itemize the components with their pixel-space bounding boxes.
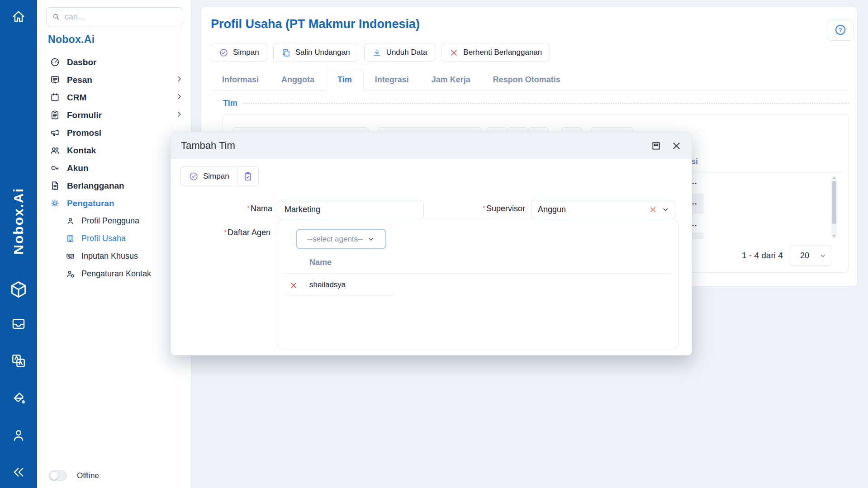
sidebar-brand: Nobox.Ai [48,33,95,46]
sidebar-subitem-label: Inputan Khusus [81,251,138,261]
sidebar-item-kontak[interactable]: Kontak [37,142,191,159]
sidebar-menu: Dasbor Pesan CRM Formulir Promosi [37,53,191,283]
form-icon [49,110,60,121]
chevron-right-icon [175,75,183,85]
sidebar-search [46,7,183,26]
sidebar-subitem-label: Pengaturan Kontak [81,269,151,279]
clipboard-check-button[interactable] [237,167,258,186]
sidebar-item-crm[interactable]: CRM [37,89,191,106]
sidebar-item-label: Promosi [67,128,101,138]
person-icon [65,216,75,226]
theme-fill-icon[interactable] [10,389,27,407]
offline-label: Offline [77,471,99,480]
page-size-value: 20 [800,251,809,261]
select-agents-dropdown[interactable]: --select agents-- [296,229,386,249]
dashboard-icon [49,57,60,68]
berhenti-berlangganan-button[interactable]: Berhenti Berlangganan [441,43,550,62]
agent-name: sheiladsya [309,280,346,289]
key-icon [49,163,60,174]
agents-table-header: Name [309,258,332,267]
sidebar-item-promosi[interactable]: Promosi [37,124,191,142]
background-row-text: .. [692,177,697,186]
sidebar-item-label: Akun [67,163,89,173]
required-asterisk: * [483,204,485,212]
sidebar-item-pesan[interactable]: Pesan [37,71,191,89]
sidebar-subitem-profil-pengguna[interactable]: Profil Pengguna [37,212,191,230]
sidebar-item-berlangganan[interactable]: Berlangganan [37,177,191,194]
user-icon[interactable] [10,426,27,444]
document-icon [49,180,60,191]
clear-selection-icon[interactable] [649,205,657,214]
contact-settings-icon [65,269,75,279]
table-scrollbar[interactable] [831,175,837,239]
sidebar-subitem-profil-usaha[interactable]: Profil Usaha [37,230,191,247]
agents-panel: --select agents-- Name sheiladsya [278,220,678,348]
x-icon [449,48,459,57]
inbox-icon[interactable] [10,315,27,332]
button-label: Berhenti Berlangganan [463,48,542,57]
close-icon[interactable] [671,141,682,151]
tab-jam-kerja[interactable]: Jam Kerja [420,69,482,90]
megaphone-icon [49,128,60,138]
offline-toggle[interactable] [49,470,67,481]
sidebar-subitem-pengaturan-kontak[interactable]: Pengaturan Kontak [37,265,191,283]
modal-save-button[interactable]: Simpan [181,167,237,186]
scrollbar-thumb[interactable] [832,181,836,224]
nama-input[interactable] [278,200,424,219]
modal-save-group: Simpan [180,166,259,186]
background-table-separator [681,172,844,172]
tab-integrasi[interactable]: Integrasi [364,69,420,90]
collapse-sidebar-icon[interactable] [10,464,27,481]
chevron-down-icon [820,252,826,259]
tab-informasi[interactable]: Informasi [211,69,270,90]
sidebar-item-akun[interactable]: Akun [37,159,191,177]
translate-icon[interactable] [10,352,27,370]
sidebar-item-dasbor[interactable]: Dasbor [37,53,191,71]
check-circle-icon [219,48,228,57]
daftar-agen-label: *Daftar Agen [171,228,270,237]
salin-undangan-button[interactable]: Salin Undangan [273,43,358,62]
chevron-right-icon [175,110,183,120]
required-asterisk: * [224,228,227,236]
sidebar-subitem-inputan-khusus[interactable]: Inputan Khusus [37,247,191,265]
question-mark: ? [839,27,842,33]
sidebar-item-label: Berlangganan [67,181,124,191]
profile-actions: Simpan Salin Undangan Unduh Data Berhent… [211,43,550,62]
required-asterisk: * [247,204,250,212]
background-row-text: .. [692,219,697,228]
search-input[interactable] [65,12,177,22]
home-icon[interactable] [10,8,27,25]
app-rail: Nobox.Ai [0,0,37,488]
section-divider [244,103,849,104]
rail-bottom-icons [0,315,37,481]
tim-section-header: Tim [223,99,849,108]
restore-window-icon[interactable] [651,141,661,151]
app: Nobox.Ai [0,0,868,488]
tab-anggota[interactable]: Anggota [270,69,326,90]
tambah-tim-modal: Tambah Tim Simpan *Nama [171,132,692,355]
offline-toggle-row: Offline [49,470,99,481]
help-button[interactable]: ? [827,19,854,41]
sidebar-item-label: Dasbor [67,57,96,67]
simpan-button[interactable]: Simpan [211,43,267,62]
sidebar-item-label: CRM [67,93,86,103]
sidebar-item-formulir[interactable]: Formulir [37,106,191,124]
sidebar-item-label: Pengaturan [67,199,114,208]
tab-respon-otomatis[interactable]: Respon Otomatis [482,69,572,90]
chevron-down-icon [367,236,375,243]
supervisor-select[interactable]: Anggun [531,200,675,219]
unduh-data-button[interactable]: Unduh Data [364,43,436,62]
chevron-down-icon [662,206,669,213]
agent-row: sheiladsya [278,277,678,295]
tab-tim[interactable]: Tim [326,69,364,91]
section-label: Tim [223,99,237,108]
scroll-down-arrow[interactable] [832,235,836,237]
agents-header-divider [285,273,672,274]
building-icon [65,234,75,244]
chevron-right-icon [175,93,183,102]
page-size-select[interactable]: 20 [789,246,832,266]
scroll-up-arrow[interactable] [832,177,836,179]
remove-agent-icon[interactable] [289,281,298,289]
sidebar-item-pengaturan[interactable]: Pengaturan [37,194,191,212]
pagination-range: 1 - 4 dari 4 [742,251,783,261]
